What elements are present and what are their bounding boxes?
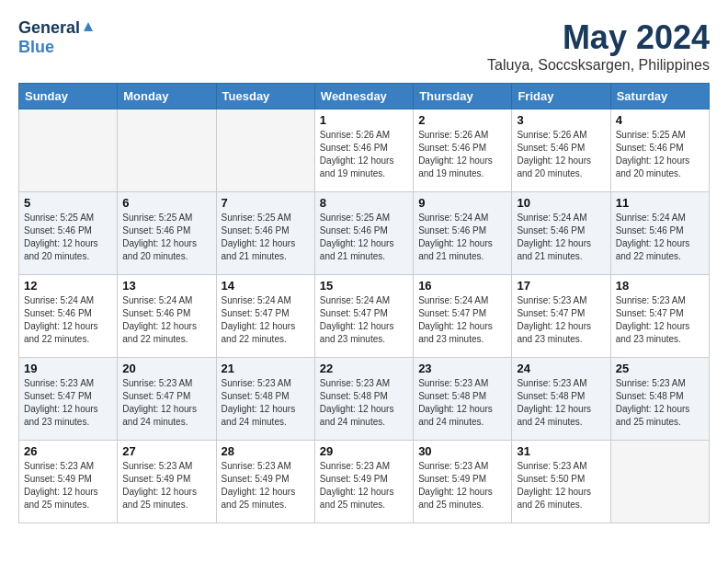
week-row-2: 5Sunrise: 5:25 AMSunset: 5:46 PMDaylight… bbox=[19, 192, 710, 275]
calendar-cell: 19Sunrise: 5:23 AMSunset: 5:47 PMDayligh… bbox=[19, 358, 118, 441]
calendar-cell: 4Sunrise: 5:25 AMSunset: 5:46 PMDaylight… bbox=[610, 109, 709, 192]
cell-info: Sunrise: 5:23 AMSunset: 5:47 PMDaylight:… bbox=[122, 377, 210, 429]
cell-date: 7 bbox=[222, 196, 310, 210]
cell-info: Sunrise: 5:24 AMSunset: 5:46 PMDaylight:… bbox=[24, 294, 112, 346]
cell-date: 6 bbox=[122, 196, 210, 210]
cell-date: 30 bbox=[418, 444, 506, 458]
cell-info: Sunrise: 5:26 AMSunset: 5:46 PMDaylight:… bbox=[418, 129, 506, 180]
cell-info: Sunrise: 5:25 AMSunset: 5:46 PMDaylight:… bbox=[616, 129, 704, 180]
header: General Blue May 2024 Taluya, Soccsksarg… bbox=[18, 18, 710, 74]
cell-date: 21 bbox=[222, 362, 310, 375]
calendar-cell: 3Sunrise: 5:26 AMSunset: 5:46 PMDaylight… bbox=[512, 109, 610, 192]
calendar-cell: 9Sunrise: 5:24 AMSunset: 5:46 PMDaylight… bbox=[414, 192, 512, 275]
calendar-cell: 2Sunrise: 5:26 AMSunset: 5:46 PMDaylight… bbox=[414, 109, 512, 192]
day-header-wednesday: Wednesday bbox=[314, 84, 413, 109]
cell-date: 16 bbox=[418, 279, 506, 293]
day-header-saturday: Saturday bbox=[610, 84, 709, 109]
cell-date: 25 bbox=[616, 362, 704, 375]
calendar-cell: 30Sunrise: 5:23 AMSunset: 5:49 PMDayligh… bbox=[414, 441, 512, 523]
cell-info: Sunrise: 5:26 AMSunset: 5:46 PMDaylight:… bbox=[517, 129, 605, 180]
page-container: General Blue May 2024 Taluya, Soccsksarg… bbox=[18, 18, 710, 523]
day-header-sunday: Sunday bbox=[19, 84, 118, 109]
cell-info: Sunrise: 5:24 AMSunset: 5:47 PMDaylight:… bbox=[418, 294, 506, 346]
cell-info: Sunrise: 5:23 AMSunset: 5:48 PMDaylight:… bbox=[418, 377, 506, 429]
logo-general: General bbox=[18, 18, 80, 38]
cell-info: Sunrise: 5:23 AMSunset: 5:47 PMDaylight:… bbox=[24, 377, 112, 429]
cell-info: Sunrise: 5:23 AMSunset: 5:49 PMDaylight:… bbox=[24, 460, 112, 511]
cell-date: 12 bbox=[24, 279, 112, 293]
cell-info: Sunrise: 5:23 AMSunset: 5:48 PMDaylight:… bbox=[517, 377, 605, 429]
subtitle: Taluya, Soccsksargen, Philippines bbox=[487, 57, 710, 74]
calendar-cell: 1Sunrise: 5:26 AMSunset: 5:46 PMDaylight… bbox=[314, 109, 413, 192]
cell-date: 22 bbox=[320, 362, 408, 375]
calendar-cell: 15Sunrise: 5:24 AMSunset: 5:47 PMDayligh… bbox=[314, 275, 413, 358]
cell-date: 8 bbox=[320, 196, 408, 210]
day-header-friday: Friday bbox=[512, 84, 610, 109]
cell-info: Sunrise: 5:25 AMSunset: 5:46 PMDaylight:… bbox=[222, 212, 310, 263]
cell-info: Sunrise: 5:23 AMSunset: 5:49 PMDaylight:… bbox=[222, 460, 310, 511]
day-header-thursday: Thursday bbox=[414, 84, 512, 109]
logo-blue: Blue bbox=[18, 38, 54, 57]
calendar-cell: 23Sunrise: 5:23 AMSunset: 5:48 PMDayligh… bbox=[414, 358, 512, 441]
calendar-cell: 24Sunrise: 5:23 AMSunset: 5:48 PMDayligh… bbox=[512, 358, 610, 441]
calendar-cell: 11Sunrise: 5:24 AMSunset: 5:46 PMDayligh… bbox=[610, 192, 709, 275]
day-header-tuesday: Tuesday bbox=[216, 84, 314, 109]
calendar-cell bbox=[216, 109, 314, 192]
week-row-4: 19Sunrise: 5:23 AMSunset: 5:47 PMDayligh… bbox=[19, 358, 710, 441]
cell-date: 15 bbox=[320, 279, 408, 293]
cell-date: 14 bbox=[222, 279, 310, 293]
calendar-cell: 6Sunrise: 5:25 AMSunset: 5:46 PMDaylight… bbox=[118, 192, 216, 275]
calendar-cell: 27Sunrise: 5:23 AMSunset: 5:49 PMDayligh… bbox=[118, 441, 216, 523]
title-section: May 2024 Taluya, Soccsksargen, Philippin… bbox=[487, 18, 710, 74]
calendar-cell: 18Sunrise: 5:23 AMSunset: 5:47 PMDayligh… bbox=[610, 275, 709, 358]
cell-info: Sunrise: 5:23 AMSunset: 5:50 PMDaylight:… bbox=[517, 460, 605, 511]
logo-arrow-icon bbox=[82, 20, 95, 37]
calendar-cell: 13Sunrise: 5:24 AMSunset: 5:46 PMDayligh… bbox=[118, 275, 216, 358]
main-title: May 2024 bbox=[487, 18, 710, 57]
calendar-cell: 26Sunrise: 5:23 AMSunset: 5:49 PMDayligh… bbox=[19, 441, 118, 523]
cell-date: 13 bbox=[122, 279, 210, 293]
week-row-1: 1Sunrise: 5:26 AMSunset: 5:46 PMDaylight… bbox=[19, 109, 710, 192]
logo: General Blue bbox=[18, 18, 95, 57]
cell-date: 31 bbox=[517, 444, 605, 458]
cell-date: 29 bbox=[320, 444, 408, 458]
cell-info: Sunrise: 5:24 AMSunset: 5:46 PMDaylight:… bbox=[616, 212, 704, 263]
cell-info: Sunrise: 5:25 AMSunset: 5:46 PMDaylight:… bbox=[320, 212, 408, 263]
cell-info: Sunrise: 5:23 AMSunset: 5:48 PMDaylight:… bbox=[320, 377, 408, 429]
cell-info: Sunrise: 5:26 AMSunset: 5:46 PMDaylight:… bbox=[320, 129, 408, 180]
calendar-cell: 16Sunrise: 5:24 AMSunset: 5:47 PMDayligh… bbox=[414, 275, 512, 358]
calendar-cell: 14Sunrise: 5:24 AMSunset: 5:47 PMDayligh… bbox=[216, 275, 314, 358]
cell-date: 20 bbox=[122, 362, 210, 375]
calendar-cell: 20Sunrise: 5:23 AMSunset: 5:47 PMDayligh… bbox=[118, 358, 216, 441]
cell-date: 3 bbox=[517, 113, 605, 127]
cell-date: 23 bbox=[418, 362, 506, 375]
cell-info: Sunrise: 5:23 AMSunset: 5:48 PMDaylight:… bbox=[616, 377, 704, 429]
cell-info: Sunrise: 5:23 AMSunset: 5:47 PMDaylight:… bbox=[616, 294, 704, 346]
cell-date: 18 bbox=[616, 279, 704, 293]
calendar-cell: 28Sunrise: 5:23 AMSunset: 5:49 PMDayligh… bbox=[216, 441, 314, 523]
cell-date: 10 bbox=[517, 196, 605, 210]
cell-date: 28 bbox=[222, 444, 310, 458]
cell-date: 27 bbox=[122, 444, 210, 458]
calendar-cell: 7Sunrise: 5:25 AMSunset: 5:46 PMDaylight… bbox=[216, 192, 314, 275]
cell-date: 11 bbox=[616, 196, 704, 210]
calendar-cell bbox=[19, 109, 118, 192]
calendar-cell bbox=[610, 441, 709, 523]
cell-date: 24 bbox=[517, 362, 605, 375]
cell-info: Sunrise: 5:24 AMSunset: 5:46 PMDaylight:… bbox=[517, 212, 605, 263]
cell-date: 9 bbox=[418, 196, 506, 210]
cell-info: Sunrise: 5:25 AMSunset: 5:46 PMDaylight:… bbox=[24, 212, 112, 263]
calendar-cell: 17Sunrise: 5:23 AMSunset: 5:47 PMDayligh… bbox=[512, 275, 610, 358]
day-header-row: SundayMondayTuesdayWednesdayThursdayFrid… bbox=[19, 84, 710, 109]
day-header-monday: Monday bbox=[118, 84, 216, 109]
calendar-cell: 31Sunrise: 5:23 AMSunset: 5:50 PMDayligh… bbox=[512, 441, 610, 523]
cell-info: Sunrise: 5:23 AMSunset: 5:49 PMDaylight:… bbox=[320, 460, 408, 511]
calendar-cell: 12Sunrise: 5:24 AMSunset: 5:46 PMDayligh… bbox=[19, 275, 118, 358]
calendar-cell: 21Sunrise: 5:23 AMSunset: 5:48 PMDayligh… bbox=[216, 358, 314, 441]
cell-info: Sunrise: 5:23 AMSunset: 5:47 PMDaylight:… bbox=[517, 294, 605, 346]
cell-date: 5 bbox=[24, 196, 112, 210]
calendar-cell: 29Sunrise: 5:23 AMSunset: 5:49 PMDayligh… bbox=[314, 441, 413, 523]
calendar-cell: 5Sunrise: 5:25 AMSunset: 5:46 PMDaylight… bbox=[19, 192, 118, 275]
cell-date: 26 bbox=[24, 444, 112, 458]
cell-info: Sunrise: 5:24 AMSunset: 5:47 PMDaylight:… bbox=[320, 294, 408, 346]
